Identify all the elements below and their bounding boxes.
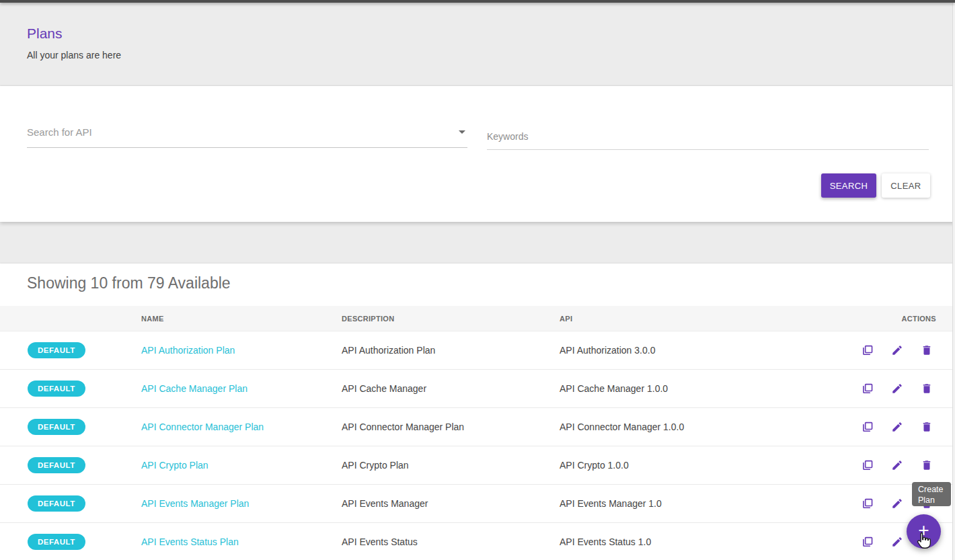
plan-name-link[interactable]: API Authorization Plan xyxy=(141,345,235,356)
top-appbar-edge xyxy=(0,0,955,3)
badge-cell: DEFAULT xyxy=(28,419,85,435)
copy-icon[interactable] xyxy=(862,459,874,471)
plan-name-link[interactable]: API Events Status Plan xyxy=(141,536,239,547)
plan-name-link[interactable]: API Connector Manager Plan xyxy=(141,422,264,432)
default-badge: DEFAULT xyxy=(28,534,85,550)
plans-page: Plans All your plans are here Search for… xyxy=(0,0,955,560)
copy-icon[interactable] xyxy=(862,383,874,395)
search-button[interactable]: SEARCH xyxy=(821,173,876,198)
edit-pencil-icon[interactable] xyxy=(891,383,903,395)
default-badge: DEFAULT xyxy=(28,495,85,512)
default-badge: DEFAULT xyxy=(28,457,85,473)
delete-trash-icon[interactable] xyxy=(921,344,933,356)
copy-icon[interactable] xyxy=(862,344,874,356)
table-row: DEFAULT API Authorization Plan API Autho… xyxy=(0,331,955,370)
column-header-name: NAME xyxy=(141,315,164,323)
copy-icon[interactable] xyxy=(862,497,874,510)
row-actions xyxy=(862,344,933,356)
hand-pointer-cursor xyxy=(915,532,931,551)
plan-name-link[interactable]: API Events Manager Plan xyxy=(141,498,249,509)
plan-api: API Cache Manager 1.0.0 xyxy=(560,383,668,394)
default-badge: DEFAULT xyxy=(28,419,85,435)
plan-description: API Events Manager xyxy=(342,498,428,509)
delete-trash-icon[interactable] xyxy=(921,459,933,471)
plan-description: API Cache Manager xyxy=(342,383,426,394)
plan-api: API Crypto 1.0.0 xyxy=(560,460,629,471)
copy-icon[interactable] xyxy=(862,421,874,433)
search-panel: Search for API SEARCH CLEAR xyxy=(0,86,955,222)
page-subtitle: All your plans are here xyxy=(27,50,121,61)
badge-cell: DEFAULT xyxy=(28,342,85,358)
chevron-down-icon xyxy=(459,130,465,134)
table-row: DEFAULT API Events Manager Plan API Even… xyxy=(0,485,955,523)
page-header: Plans All your plans are here xyxy=(0,3,955,86)
table-row: DEFAULT API Connector Manager Plan API C… xyxy=(0,408,955,446)
default-badge: DEFAULT xyxy=(28,342,85,358)
plan-name-link[interactable]: API Crypto Plan xyxy=(141,460,208,471)
table-row: DEFAULT API Cache Manager Plan API Cache… xyxy=(0,370,955,408)
edit-pencil-icon[interactable] xyxy=(891,421,903,433)
badge-cell: DEFAULT xyxy=(28,457,85,473)
copy-icon[interactable] xyxy=(862,536,874,548)
edit-pencil-icon[interactable] xyxy=(891,536,903,548)
edit-pencil-icon[interactable] xyxy=(891,497,903,510)
results-summary: Showing 10 from 79 Available xyxy=(27,274,231,292)
table-row: DEFAULT API Events Status Plan API Event… xyxy=(0,523,955,560)
api-select[interactable]: Search for API xyxy=(27,121,467,148)
api-select-placeholder: Search for API xyxy=(27,126,92,138)
plan-name-link[interactable]: API Cache Manager Plan xyxy=(141,383,247,394)
column-header-description: DESCRIPTION xyxy=(342,315,394,323)
badge-cell: DEFAULT xyxy=(28,495,85,512)
results-panel: Showing 10 from 79 Available NAME DESCRI… xyxy=(0,264,955,560)
edit-pencil-icon[interactable] xyxy=(891,344,903,356)
plan-description: API Authorization Plan xyxy=(342,345,435,356)
delete-trash-icon[interactable] xyxy=(921,421,933,433)
column-header-actions: ACTIONS xyxy=(901,315,936,323)
column-header-api: API xyxy=(560,315,572,323)
delete-trash-icon[interactable] xyxy=(921,383,933,395)
default-badge: DEFAULT xyxy=(28,381,85,397)
clear-button[interactable]: CLEAR xyxy=(882,173,930,198)
edit-pencil-icon[interactable] xyxy=(891,459,903,471)
badge-cell: DEFAULT xyxy=(28,534,85,550)
plan-description: API Events Status xyxy=(342,536,418,547)
badge-cell: DEFAULT xyxy=(28,381,85,397)
plan-api: API Authorization 3.0.0 xyxy=(560,345,655,356)
page-title: Plans xyxy=(27,26,63,42)
create-plan-tooltip: Create Plan xyxy=(912,482,951,506)
table-row: DEFAULT API Crypto Plan API Crypto Plan … xyxy=(0,446,955,485)
row-actions xyxy=(862,421,933,433)
plan-api: API Connector Manager 1.0.0 xyxy=(560,422,684,432)
plan-api: API Events Status 1.0 xyxy=(560,536,651,547)
row-actions xyxy=(862,383,933,395)
table-header-row: NAME DESCRIPTION API ACTIONS xyxy=(0,306,955,331)
vertical-scrollbar[interactable] xyxy=(952,0,955,560)
plan-description: API Connector Manager Plan xyxy=(342,422,464,432)
row-actions xyxy=(862,459,933,471)
keywords-input[interactable] xyxy=(487,124,929,150)
table-body: DEFAULT API Authorization Plan API Autho… xyxy=(0,331,955,560)
plan-description: API Crypto Plan xyxy=(342,460,409,471)
plan-api: API Events Manager 1.0 xyxy=(560,498,662,509)
